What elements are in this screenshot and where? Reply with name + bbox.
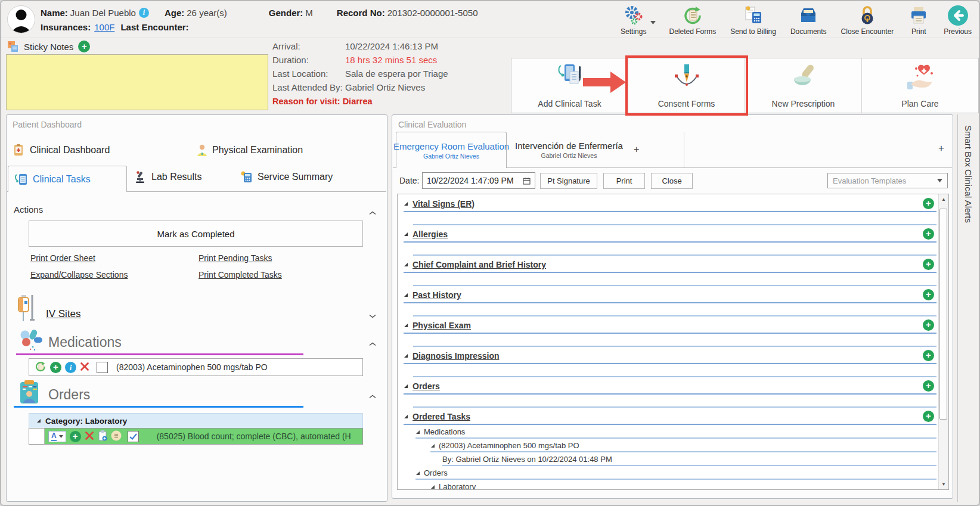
iv-sites-expand-chevron-icon[interactable] [369,310,376,321]
add-evaluation-tab-button[interactable]: + [634,144,639,155]
section-title[interactable]: Past History [413,290,461,300]
section-title[interactable]: Vital Signs (ER) [413,199,475,209]
expander-triangle-icon[interactable] [404,384,408,389]
sticky-note-area[interactable] [6,54,268,110]
patient-info-line1: Name: Juan Del Pueblo i Age: 26 year(s) … [41,8,477,18]
deleted-forms-button[interactable]: Deleted Forms [669,4,716,36]
add-sticky-note-button[interactable]: + [78,41,90,52]
font-color-dropdown[interactable]: A [48,431,66,442]
tab-intervencion-enfermeria[interactable]: Intervención de Enfermería Gabriel Ortiz… [507,132,684,167]
evaluation-date-input[interactable]: 10/22/2024 1:47:09 PM [422,172,535,189]
scroll-up-button[interactable]: ▲ [939,194,948,204]
expander-triangle-icon[interactable] [404,323,408,328]
expander-triangle-icon[interactable] [430,485,435,489]
order-task-add-icon[interactable] [98,430,107,443]
iv-sites-section-title[interactable]: IV Sites [46,308,81,320]
tree-node-laboratory[interactable]: Laboratory [398,480,948,490]
scrollbar-thumb[interactable] [939,209,947,420]
orders-category-row[interactable]: Category: Laboratory [29,413,363,428]
scroll-down-button[interactable]: ▼ [939,479,948,489]
tab-intervencion-author: Gabriel Ortiz Nieves [541,152,597,159]
add-section-entry-button[interactable]: + [923,198,934,209]
order-checkbox-checked[interactable] [128,431,139,442]
evaluation-templates-dropdown[interactable]: Evaluation Templates [827,173,948,188]
plan-care-button[interactable]: Plan Care [862,58,978,113]
medication-info-icon[interactable]: i [65,362,76,373]
add-order-icon[interactable]: + [70,431,81,442]
mark-as-completed-label: Mark as Completed [157,229,234,239]
expander-triangle-icon[interactable] [415,471,420,476]
section-title[interactable]: Physical Exam [413,321,471,330]
print-completed-tasks-link[interactable]: Print Completed Tasks [199,270,282,280]
add-section-entry-button[interactable]: + [923,259,934,270]
section-title[interactable]: Chief Complaint and Brief History [413,260,546,269]
smart-box-tab[interactable]: Smart Box [963,125,973,167]
section-title[interactable]: Orders [413,381,440,391]
medication-row[interactable]: + i (82003) Acetaminophen 500 mgs/tab PO [29,358,363,376]
consent-forms-button[interactable]: Consent Forms [628,58,745,113]
evaluation-scrollbar[interactable]: ▲ ▼ [938,194,948,489]
add-section-entry-button[interactable]: + [923,289,934,300]
pt-signature-button[interactable]: Pt Signature [540,173,597,189]
print-evaluation-button[interactable]: Print [603,173,645,189]
calendar-icon[interactable] [523,177,531,185]
close-encounter-button[interactable]: Close Encounter [841,4,894,36]
revert-medication-icon[interactable] [35,361,46,374]
expand-collapse-sections-link[interactable]: Expand/Collapse Sections [30,270,128,280]
order-item-row[interactable]: A + [29,428,363,445]
tree-node-medication-item[interactable]: (82003) Acetaminophen 500 mgs/tab PO [398,439,948,452]
delete-order-icon[interactable] [85,431,94,442]
add-section-entry-button[interactable]: + [923,350,934,361]
tab-clinical-tasks[interactable]: Clinical Tasks [8,166,127,192]
tab-service-summary[interactable]: Service Summary [240,170,333,184]
expander-triangle-icon[interactable] [404,201,408,206]
clinical-alerts-tab[interactable]: Clinical Alerts [963,169,973,223]
add-section-entry-button[interactable]: + [923,380,934,392]
tab-emergency-room-evaluation[interactable]: Emergency Room Evaluation Gabriel Ortiz … [396,132,507,168]
insurance-link[interactable]: 100F [94,22,114,32]
actions-collapse-chevron-icon[interactable] [369,207,376,218]
expander-triangle-icon[interactable] [430,443,435,448]
expander-triangle-icon[interactable] [404,232,408,237]
close-evaluation-button[interactable]: Close [651,173,693,189]
settings-button[interactable]: Settings [621,4,646,36]
expander-triangle-icon[interactable] [404,414,408,419]
add-section-entry-button[interactable]: + [923,228,934,240]
add-section-entry-button[interactable]: + [923,411,934,422]
expander-triangle-icon[interactable] [404,262,408,267]
duration-row: Duration: 18 hrs 32 mins 51 secs [272,53,448,67]
send-to-billing-button[interactable]: Send to Billing [730,4,776,36]
documents-button[interactable]: Documents [790,4,827,36]
print-button[interactable]: Print [908,4,929,36]
tree-node-medication-by[interactable]: By: Gabriel Ortiz Nieves on 10/22/2024 0… [398,452,948,466]
section-ordered-tasks: Ordered Tasks + Medications (82003) Acet… [398,411,948,490]
mark-as-completed-button[interactable]: Mark as Completed [29,221,363,247]
tab-physical-examination[interactable]: Physical Examination [196,144,303,157]
order-notes-icon[interactable] [111,430,122,443]
expander-triangle-icon[interactable] [415,430,420,434]
info-icon[interactable]: i [139,8,149,18]
medications-collapse-chevron-icon[interactable] [369,338,376,349]
section-title[interactable]: Ordered Tasks [413,412,470,421]
tree-node-orders[interactable]: Orders [398,466,948,480]
add-section-entry-button[interactable]: + [923,319,934,331]
delete-medication-icon[interactable] [80,362,89,373]
medication-checkbox[interactable] [97,362,108,373]
section-title[interactable]: Diagnosis Impression [413,351,499,361]
print-pending-tasks-link[interactable]: Print Pending Tasks [199,253,272,263]
section-title[interactable]: Allergies [413,229,448,239]
previous-button[interactable]: Previous [944,4,972,36]
tab-lab-results[interactable]: Lab Results [134,170,202,184]
arrival-row: Arrival: 10/22/2024 1:46:13 PM [272,39,448,53]
expander-triangle-icon[interactable] [404,293,408,297]
expander-triangle-icon[interactable] [404,353,408,358]
new-evaluation-button[interactable]: + [938,142,944,154]
row-selector-cell[interactable] [29,429,45,444]
settings-dropdown-caret-icon[interactable] [650,16,656,27]
tree-node-medications[interactable]: Medications [398,425,948,439]
add-medication-icon[interactable]: + [50,362,61,373]
new-prescription-button[interactable]: New Prescription [745,58,862,113]
print-order-sheet-link[interactable]: Print Order Sheet [30,253,95,263]
orders-collapse-chevron-icon[interactable] [369,390,376,401]
tab-clinical-dashboard[interactable]: Clinical Dashboard [13,144,110,157]
